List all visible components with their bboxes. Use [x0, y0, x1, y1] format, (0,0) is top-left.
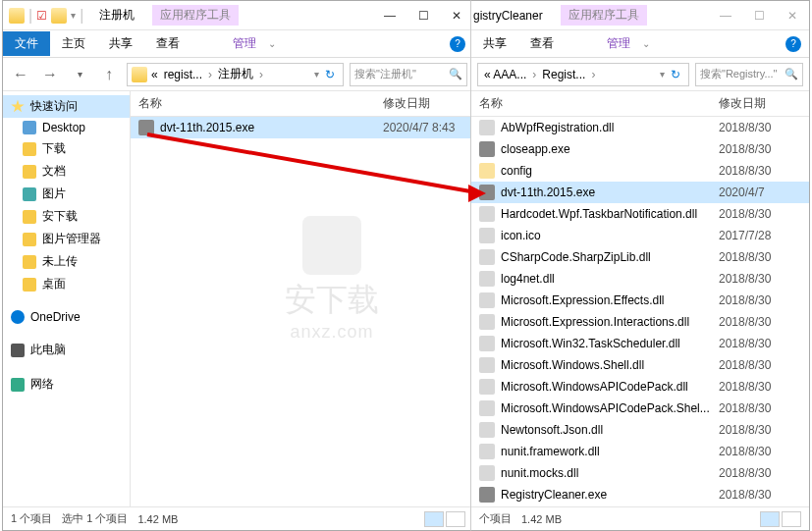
- col-date[interactable]: 修改日期: [383, 95, 473, 112]
- sidebar-onedrive[interactable]: OneDrive: [3, 307, 130, 327]
- file-date: 2020/4/7 8:43: [383, 121, 473, 134]
- file-icon: [479, 228, 495, 243]
- ribbon-collapse-icon[interactable]: ⌄: [268, 38, 276, 49]
- icons-view-button[interactable]: [446, 511, 465, 527]
- search-input[interactable]: 搜索"Registry..." 🔍: [695, 63, 803, 86]
- sidebar-item[interactable]: 图片: [3, 183, 130, 205]
- maximize-button[interactable]: ☐: [742, 2, 776, 29]
- sidebar-item[interactable]: Desktop: [3, 118, 130, 137]
- contextual-tab: 应用程序工具: [561, 5, 647, 26]
- file-name: Microsoft.WindowsAPICodePack.Shel...: [501, 401, 719, 415]
- file-row[interactable]: Microsoft.Expression.Effects.dll 2018/8/…: [471, 290, 809, 311]
- close-button[interactable]: ✕: [440, 2, 473, 29]
- sidebar-item[interactable]: 下载: [3, 137, 130, 160]
- file-name: icon.ico: [501, 229, 719, 242]
- address-row: ← → ▾ ↑ « regist... › 注册机 › ▾ ↻ 搜索"注册机" …: [3, 58, 473, 91]
- refresh-icon[interactable]: ↻: [321, 68, 339, 81]
- addr-dropdown-icon[interactable]: ▾: [660, 69, 665, 80]
- details-view-button[interactable]: [424, 511, 444, 527]
- tab-share[interactable]: 共享: [97, 31, 144, 56]
- details-view-button[interactable]: [760, 511, 780, 527]
- chevron-right-icon[interactable]: ›: [530, 68, 538, 81]
- file-row[interactable]: Microsoft.WindowsAPICodePack.dll 2018/8/…: [471, 376, 809, 398]
- close-button[interactable]: ✕: [776, 2, 809, 29]
- folder-icon: [23, 255, 36, 269]
- crumb[interactable]: regist...: [162, 68, 204, 81]
- file-row[interactable]: icon.ico 2017/7/28: [471, 225, 809, 246]
- col-name[interactable]: 名称: [471, 95, 719, 112]
- file-row[interactable]: CSharpCode.SharpZipLib.dll 2018/8/30: [471, 246, 809, 268]
- file-row[interactable]: dvt-11th.2015.exe 2020/4/7 8:43: [131, 117, 473, 138]
- explorer-window-2: gistryCleaner 应用程序工具 — ☐ ✕ 共享 查看 管理 ⌄ ? …: [470, 0, 810, 531]
- col-date[interactable]: 修改日期: [719, 95, 809, 112]
- crumb[interactable]: 注册机: [216, 66, 255, 82]
- tab-view[interactable]: 查看: [518, 31, 566, 56]
- file-row[interactable]: AbWpfRegistration.dll 2018/8/30: [471, 117, 809, 138]
- forward-button[interactable]: →: [38, 63, 62, 86]
- crumb[interactable]: «: [149, 68, 160, 81]
- tab-view[interactable]: 查看: [144, 31, 191, 56]
- tab-manage[interactable]: 管理: [595, 31, 642, 56]
- search-input[interactable]: 搜索"注册机" 🔍: [350, 63, 467, 86]
- sidebar-item[interactable]: 文档: [3, 160, 130, 183]
- file-row[interactable]: Microsoft.WindowsAPICodePack.Shel... 201…: [471, 398, 809, 419]
- help-icon[interactable]: ?: [450, 36, 465, 52]
- crumb[interactable]: « AAA...: [482, 68, 528, 81]
- file-name: dvt-11th.2015.exe: [501, 186, 719, 199]
- help-icon[interactable]: ?: [785, 36, 801, 52]
- back-button[interactable]: ←: [9, 63, 32, 86]
- file-icon: [479, 314, 495, 330]
- ribbon-collapse-icon[interactable]: ⌄: [642, 38, 650, 49]
- file-row[interactable]: Microsoft.Win32.TaskScheduler.dll 2018/8…: [471, 333, 809, 354]
- file-row[interactable]: Newtonsoft.Json.dll 2018/8/30: [471, 419, 809, 441]
- file-list[interactable]: AbWpfRegistration.dll 2018/8/30 closeapp…: [471, 117, 809, 506]
- file-icon: [479, 357, 495, 373]
- tab-home[interactable]: 主页: [50, 31, 97, 56]
- file-list[interactable]: dvt-11th.2015.exe 2020/4/7 8:43: [131, 117, 473, 506]
- up-button[interactable]: ↑: [97, 63, 121, 86]
- sidebar-network[interactable]: 网络: [3, 373, 130, 396]
- column-header: 名称 修改日期: [471, 91, 809, 117]
- tab-share[interactable]: 共享: [471, 31, 518, 56]
- minimize-button[interactable]: —: [373, 2, 406, 29]
- sidebar-item[interactable]: 图片管理器: [3, 228, 130, 250]
- chevron-right-icon[interactable]: ›: [206, 68, 214, 81]
- crumb[interactable]: Regist...: [540, 68, 587, 81]
- file-row[interactable]: dvt-11th.2015.exe 2020/4/7: [471, 182, 809, 203]
- folder-icon: [132, 67, 147, 82]
- refresh-icon[interactable]: ↻: [667, 68, 684, 81]
- file-row[interactable]: Microsoft.Windows.Shell.dll 2018/8/30: [471, 354, 809, 376]
- search-icon[interactable]: 🔍: [785, 68, 798, 80]
- sidebar-quick-access[interactable]: 快速访问: [3, 95, 130, 118]
- address-bar[interactable]: « regist... › 注册机 › ▾ ↻: [127, 63, 344, 86]
- maximize-button[interactable]: ☐: [406, 2, 440, 29]
- sidebar-item[interactable]: 安下载: [3, 205, 130, 228]
- window-controls: — ☐ ✕: [373, 2, 473, 29]
- minimize-button[interactable]: —: [709, 2, 742, 29]
- recent-dropdown[interactable]: ▾: [68, 63, 91, 86]
- file-row[interactable]: RegistryCleaner.exe 2018/8/30: [471, 484, 809, 505]
- tab-manage[interactable]: 管理: [221, 31, 268, 56]
- addr-dropdown-icon[interactable]: ▾: [314, 69, 319, 80]
- checkmark-icon[interactable]: ☑: [36, 9, 47, 23]
- chevron-right-icon[interactable]: ›: [257, 68, 265, 81]
- qat-dropdown[interactable]: ▾: [71, 10, 76, 21]
- address-bar[interactable]: « AAA... › Regist... › ▾ ↻: [477, 63, 689, 86]
- chevron-right-icon[interactable]: ›: [589, 68, 597, 81]
- col-name[interactable]: 名称: [131, 95, 383, 112]
- icons-view-button[interactable]: [782, 511, 801, 527]
- file-row[interactable]: nunit.mocks.dll 2018/8/30: [471, 462, 809, 484]
- sidebar-thispc[interactable]: 此电脑: [3, 339, 130, 361]
- file-row[interactable]: Microsoft.Expression.Interactions.dll 20…: [471, 311, 809, 333]
- status-count: 1 个项目: [11, 511, 52, 526]
- sidebar-item[interactable]: 未上传: [3, 250, 130, 273]
- file-row[interactable]: Hardcodet.Wpf.TaskbarNotification.dll 20…: [471, 203, 809, 225]
- sidebar-item[interactable]: 桌面: [3, 273, 130, 295]
- file-row[interactable]: nunit.framework.dll 2018/8/30: [471, 441, 809, 462]
- file-row[interactable]: config 2018/8/30: [471, 160, 809, 182]
- file-row[interactable]: closeapp.exe 2018/8/30: [471, 138, 809, 160]
- file-icon: [479, 400, 495, 416]
- search-icon[interactable]: 🔍: [449, 68, 462, 80]
- file-row[interactable]: log4net.dll 2018/8/30: [471, 268, 809, 290]
- tab-file[interactable]: 文件: [3, 31, 50, 56]
